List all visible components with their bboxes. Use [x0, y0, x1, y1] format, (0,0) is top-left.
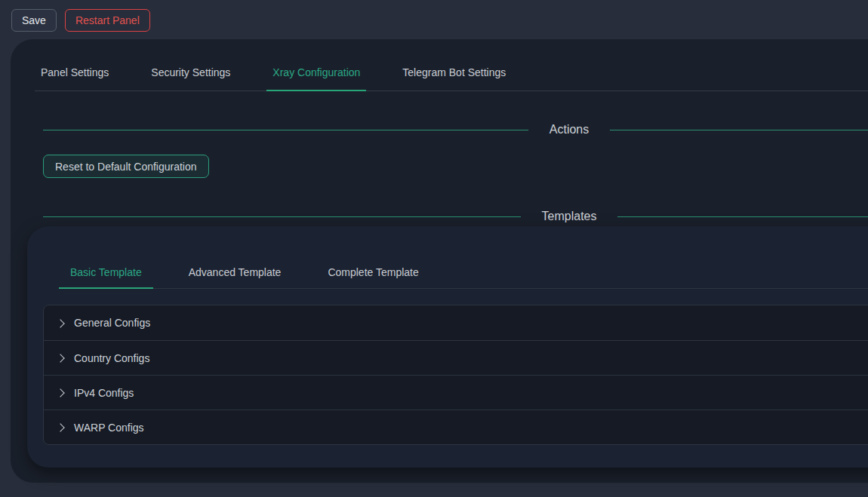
chevron-right-icon [56, 423, 64, 431]
save-button[interactable]: Save [11, 9, 57, 32]
tab-complete-template[interactable]: Complete Template [316, 266, 429, 288]
actions-divider: Actions [43, 123, 868, 137]
collapse-item-label: Country Configs [74, 352, 149, 364]
collapse-item-general-configs[interactable]: General Configs [44, 305, 868, 340]
templates-divider: Templates [43, 210, 868, 223]
tab-security-settings[interactable]: Security Settings [145, 66, 236, 91]
collapse-item-warp-configs[interactable]: WARP Configs [44, 410, 868, 444]
reset-default-config-button[interactable]: Reset to Default Configuration [43, 155, 209, 178]
settings-card: Panel Settings Security Settings Xray Co… [11, 39, 868, 483]
settings-tabs: Panel Settings Security Settings Xray Co… [35, 39, 868, 91]
chevron-right-icon [56, 354, 64, 362]
template-tabs: Basic Template Advanced Template Complet… [59, 226, 868, 289]
collapse-item-label: General Configs [74, 317, 150, 329]
tab-panel-settings[interactable]: Panel Settings [35, 66, 115, 91]
tab-telegram-bot-settings[interactable]: Telegram Bot Settings [396, 66, 512, 91]
templates-title: Templates [542, 210, 597, 223]
actions-title: Actions [549, 123, 589, 137]
chevron-right-icon [56, 388, 64, 397]
collapse-item-label: IPv4 Configs [74, 387, 134, 399]
tab-advanced-template[interactable]: Advanced Template [177, 266, 293, 288]
templates-card: Basic Template Advanced Template Complet… [27, 226, 868, 468]
tab-basic-template[interactable]: Basic Template [59, 266, 153, 288]
chevron-right-icon [56, 319, 64, 327]
topbar: Save Restart Panel [0, 0, 868, 40]
tab-xray-configuration[interactable]: Xray Configuration [266, 66, 366, 91]
collapse-item-country-configs[interactable]: Country Configs [44, 340, 868, 375]
collapse-item-ipv4-configs[interactable]: IPv4 Configs [44, 375, 868, 410]
restart-panel-button[interactable]: Restart Panel [65, 9, 150, 32]
config-collapse: General Configs Country Configs IPv4 Con… [43, 305, 868, 445]
collapse-item-label: WARP Configs [74, 422, 144, 434]
